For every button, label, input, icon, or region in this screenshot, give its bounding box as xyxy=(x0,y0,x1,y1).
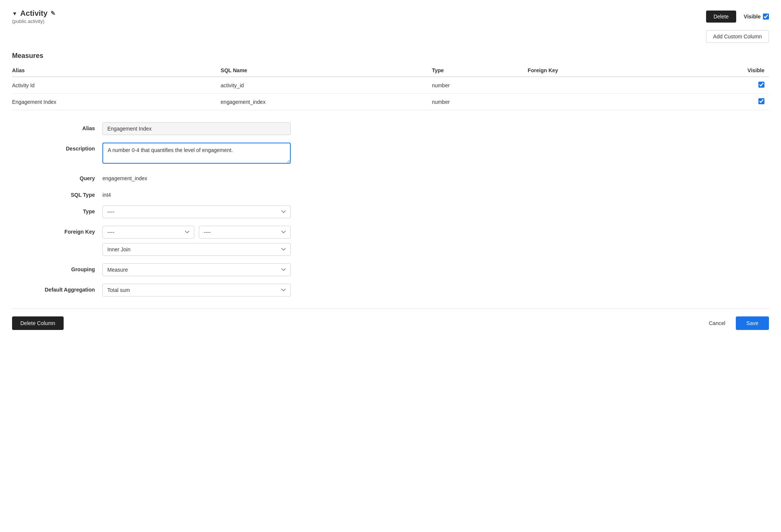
row-sql-name: engagement_index xyxy=(221,94,432,110)
activity-title: Activity xyxy=(20,9,47,18)
default-aggregation-label: Default Aggregation xyxy=(27,284,102,293)
foreign-key-row: Foreign Key ---- ---- Inner Join Left Jo… xyxy=(27,226,291,256)
page-footer: Delete Column Cancel Save xyxy=(12,309,769,330)
alias-row: Alias xyxy=(27,122,291,135)
description-row: Description xyxy=(27,143,291,165)
visible-text: Visible xyxy=(744,14,761,20)
description-textarea[interactable] xyxy=(102,143,291,164)
grouping-select[interactable]: Measure Dimension xyxy=(102,263,291,276)
join-type-select[interactable]: Inner Join Left Join Right Join xyxy=(102,243,291,256)
grouping-row: Grouping Measure Dimension xyxy=(27,263,291,276)
default-aggregation-select[interactable]: Total sum Average Count Min Max xyxy=(102,284,291,296)
col-header-alias: Alias xyxy=(12,64,221,77)
add-custom-column-button[interactable]: Add Custom Column xyxy=(706,30,769,43)
col-header-type: Type xyxy=(432,64,528,77)
visible-label: Visible xyxy=(744,14,769,20)
query-value: engagement_index xyxy=(102,172,291,181)
foreign-key-label: Foreign Key xyxy=(27,226,102,235)
default-aggregation-row: Default Aggregation Total sum Average Co… xyxy=(27,284,291,296)
type-select[interactable]: ---- number string date boolean xyxy=(102,205,291,218)
delete-button[interactable]: Delete xyxy=(706,11,736,23)
sql-type-value: int4 xyxy=(102,189,291,198)
foreign-key-select-1[interactable]: ---- xyxy=(102,226,194,239)
header-left: ▼ Activity ✎ (public.activity) xyxy=(12,9,55,24)
row-visible-cell xyxy=(677,77,769,94)
row-type: number xyxy=(432,77,528,94)
footer-right: Cancel Save xyxy=(704,316,769,330)
visible-checkbox[interactable] xyxy=(763,14,769,20)
pencil-icon[interactable]: ✎ xyxy=(50,10,55,17)
header-right: Delete Visible xyxy=(706,11,769,23)
header-title: ▼ Activity ✎ xyxy=(12,9,55,18)
alias-label: Alias xyxy=(27,122,102,131)
triangle-icon: ▼ xyxy=(12,11,17,17)
col-header-foreign-key: Foreign Key xyxy=(528,64,677,77)
row-type: number xyxy=(432,94,528,110)
grouping-label: Grouping xyxy=(27,263,102,272)
foreign-key-select-2[interactable]: ---- xyxy=(199,226,291,239)
row-sql-name: activity_id xyxy=(221,77,432,94)
row-foreign-key xyxy=(528,77,677,94)
save-button[interactable]: Save xyxy=(736,316,769,330)
measures-title: Measures xyxy=(12,52,769,60)
add-custom-column-row: Add Custom Column xyxy=(12,30,769,43)
table-row: Engagement Index engagement_index number xyxy=(12,94,769,110)
foreign-key-selects: ---- ---- xyxy=(102,226,291,239)
type-label: Type xyxy=(27,205,102,214)
col-header-sql-name: SQL Name xyxy=(221,64,432,77)
query-row: Query engagement_index xyxy=(27,172,291,181)
row-visible-checkbox-1[interactable] xyxy=(758,82,764,88)
sql-type-row: SQL Type int4 xyxy=(27,189,291,198)
query-label: Query xyxy=(27,172,102,181)
type-row: Type ---- number string date boolean xyxy=(27,205,291,218)
table-header-row: Alias SQL Name Type Foreign Key Visible xyxy=(12,64,769,77)
page-header: ▼ Activity ✎ (public.activity) Delete Vi… xyxy=(12,9,769,24)
row-alias: Activity Id xyxy=(12,77,221,94)
table-row: Activity Id activity_id number xyxy=(12,77,769,94)
detail-form: Alias Description Query engagement_index… xyxy=(27,122,291,296)
row-visible-cell xyxy=(677,94,769,110)
delete-column-button[interactable]: Delete Column xyxy=(12,316,64,330)
measures-section: Measures Alias SQL Name Type Foreign Key… xyxy=(12,52,769,110)
cancel-button[interactable]: Cancel xyxy=(704,317,730,329)
header-subtitle: (public.activity) xyxy=(12,18,55,24)
row-foreign-key xyxy=(528,94,677,110)
sql-type-label: SQL Type xyxy=(27,189,102,198)
alias-input[interactable] xyxy=(102,122,291,135)
measures-table: Alias SQL Name Type Foreign Key Visible … xyxy=(12,64,769,110)
row-visible-checkbox-2[interactable] xyxy=(758,98,764,104)
row-alias: Engagement Index xyxy=(12,94,221,110)
description-label: Description xyxy=(27,143,102,152)
col-header-visible: Visible xyxy=(677,64,769,77)
